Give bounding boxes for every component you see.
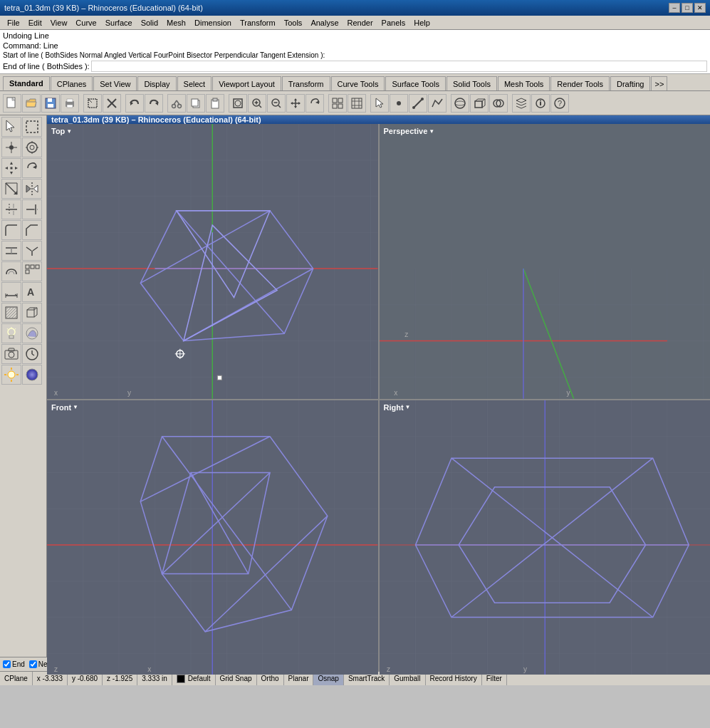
sidebar-trim-tool[interactable] bbox=[1, 199, 21, 219]
tool-print[interactable] bbox=[61, 94, 79, 113]
tool-copy[interactable] bbox=[187, 94, 205, 113]
tab-display[interactable]: Display bbox=[137, 76, 176, 90]
sidebar-array-tool[interactable] bbox=[22, 261, 42, 281]
tool-select-icon[interactable] bbox=[370, 94, 389, 113]
sidebar-point-tool[interactable] bbox=[1, 137, 21, 157]
sidebar-dim-tool[interactable] bbox=[1, 282, 21, 302]
sidebar-offset-tool[interactable] bbox=[1, 261, 21, 281]
menu-tools[interactable]: Tools bbox=[280, 17, 307, 28]
snap-near-checkbox[interactable] bbox=[29, 660, 37, 668]
tool-properties[interactable] bbox=[531, 94, 550, 113]
sidebar-chamfer-tool[interactable] bbox=[22, 220, 42, 240]
menu-edit[interactable]: Edit bbox=[24, 17, 46, 28]
close-button[interactable]: ✕ bbox=[694, 3, 706, 13]
menu-panels[interactable]: Panels bbox=[377, 17, 410, 28]
tool-zoom-out[interactable] bbox=[267, 94, 286, 113]
sidebar-arrow-tool[interactable] bbox=[1, 117, 21, 137]
menu-dimension[interactable]: Dimension bbox=[190, 17, 236, 28]
viewport-front[interactable]: Front ▼ bbox=[47, 400, 378, 675]
viewport-perspective-dropdown[interactable]: ▼ bbox=[429, 128, 434, 135]
viewport-perspective[interactable]: Perspective ▼ bbox=[380, 124, 711, 399]
tool-boolean-union[interactable] bbox=[489, 94, 508, 113]
tool-help[interactable]: ? bbox=[550, 94, 569, 113]
viewport-right[interactable]: Right ▼ bbox=[380, 400, 711, 675]
menu-surface[interactable]: Surface bbox=[101, 17, 137, 28]
viewport-top-label[interactable]: Top ▼ bbox=[51, 127, 72, 135]
tool-new[interactable] bbox=[3, 94, 21, 113]
tab-more[interactable]: >> bbox=[651, 76, 667, 90]
menu-render[interactable]: Render bbox=[343, 17, 377, 28]
layer-color-swatch[interactable] bbox=[177, 675, 185, 683]
menu-solid[interactable]: Solid bbox=[137, 17, 162, 28]
sidebar-text-tool[interactable]: A bbox=[22, 282, 42, 302]
tool-zoom-in[interactable] bbox=[248, 94, 266, 113]
tool-box[interactable] bbox=[470, 94, 489, 113]
tab-select[interactable]: Select bbox=[177, 76, 212, 90]
sidebar-history-tool[interactable] bbox=[22, 344, 42, 364]
tool-save[interactable] bbox=[41, 94, 60, 113]
tool-zoom-extents[interactable] bbox=[229, 94, 247, 113]
tool-paste[interactable] bbox=[206, 94, 224, 113]
sidebar-rotate-tool[interactable] bbox=[22, 158, 42, 178]
tool-point[interactable] bbox=[390, 94, 408, 113]
tab-cplanes[interactable]: CPlanes bbox=[51, 76, 93, 90]
sidebar-mirror-tool[interactable] bbox=[22, 179, 42, 199]
menu-mesh[interactable]: Mesh bbox=[162, 17, 190, 28]
viewport-top-canvas[interactable]: x y bbox=[47, 124, 378, 399]
viewport-front-label[interactable]: Front ▼ bbox=[51, 403, 78, 412]
tab-mesh-tools[interactable]: Mesh Tools bbox=[498, 76, 550, 90]
tab-solid-tools[interactable]: Solid Tools bbox=[447, 76, 497, 90]
tool-rotate-view[interactable] bbox=[306, 94, 324, 113]
maximize-button[interactable]: □ bbox=[682, 3, 693, 13]
viewport-right-canvas[interactable]: z y bbox=[380, 400, 711, 675]
sidebar-extend-tool[interactable] bbox=[22, 199, 42, 219]
tab-standard[interactable]: Standard bbox=[3, 76, 50, 90]
tab-transform[interactable]: Transform bbox=[282, 76, 330, 90]
menu-file[interactable]: File bbox=[3, 17, 24, 28]
tool-select-all[interactable] bbox=[83, 94, 102, 113]
tool-deselect[interactable] bbox=[103, 94, 121, 113]
viewport-top[interactable]: Top ▼ bbox=[47, 124, 378, 399]
menu-view[interactable]: View bbox=[46, 17, 72, 28]
sidebar-explode-tool[interactable] bbox=[22, 241, 42, 261]
tool-polyline[interactable] bbox=[428, 94, 447, 113]
tab-surface-tools[interactable]: Surface Tools bbox=[385, 76, 445, 90]
tool-sphere[interactable] bbox=[451, 94, 469, 113]
sidebar-fillet-tool[interactable] bbox=[1, 220, 21, 240]
command-input[interactable] bbox=[91, 61, 707, 72]
tab-drafting[interactable]: Drafting bbox=[610, 76, 651, 90]
viewport-right-dropdown[interactable]: ▼ bbox=[405, 404, 411, 410]
viewport-perspective-canvas[interactable]: x y z bbox=[380, 124, 711, 399]
tool-layers[interactable] bbox=[512, 94, 531, 113]
menu-analyse[interactable]: Analyse bbox=[306, 17, 343, 28]
menu-help[interactable]: Help bbox=[409, 17, 434, 28]
menu-curve[interactable]: Curve bbox=[71, 17, 100, 28]
sidebar-render-tool[interactable] bbox=[22, 323, 42, 343]
sidebar-camera-tool[interactable] bbox=[1, 344, 21, 364]
viewport-front-dropdown[interactable]: ▼ bbox=[73, 404, 78, 410]
tab-viewport-layout[interactable]: Viewport Layout bbox=[212, 76, 281, 90]
sidebar-block-tool[interactable] bbox=[22, 303, 42, 323]
tab-setview[interactable]: Set View bbox=[93, 76, 137, 90]
sidebar-scale-tool[interactable] bbox=[1, 179, 21, 199]
viewport-perspective-label[interactable]: Perspective ▼ bbox=[384, 127, 435, 135]
tool-grid-toggle[interactable] bbox=[348, 94, 366, 113]
tool-pan[interactable] bbox=[286, 94, 305, 113]
menu-transform[interactable]: Transform bbox=[236, 17, 280, 28]
sidebar-light-tool[interactable] bbox=[1, 323, 21, 343]
sidebar-snap-tool[interactable] bbox=[22, 137, 42, 157]
sidebar-window-select[interactable] bbox=[22, 117, 42, 137]
snap-end[interactable]: End bbox=[3, 660, 25, 668]
minimize-button[interactable]: – bbox=[669, 3, 680, 13]
snap-end-checkbox[interactable] bbox=[3, 660, 11, 668]
tool-undo[interactable] bbox=[125, 94, 144, 113]
sidebar-sun-tool[interactable] bbox=[1, 365, 21, 385]
sidebar-move-tool[interactable] bbox=[1, 158, 21, 178]
tool-viewport-4[interactable] bbox=[328, 94, 347, 113]
tab-render-tools[interactable]: Render Tools bbox=[550, 76, 610, 90]
tool-redo[interactable] bbox=[145, 94, 163, 113]
sidebar-material-tool[interactable] bbox=[22, 365, 42, 385]
tool-line[interactable] bbox=[409, 94, 427, 113]
viewport-front-canvas[interactable]: z x bbox=[47, 400, 378, 675]
tab-curve-tools[interactable]: Curve Tools bbox=[331, 76, 385, 90]
